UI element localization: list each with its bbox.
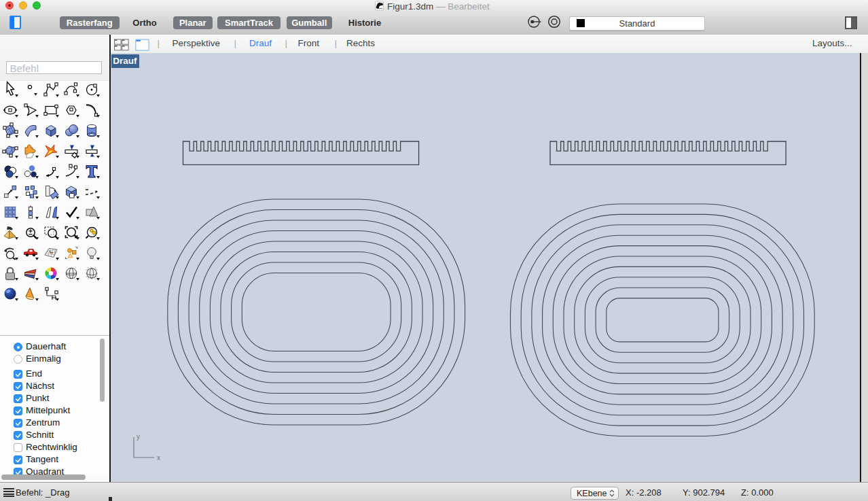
svg-text:x: x <box>157 454 160 462</box>
svg-text:y: y <box>137 433 140 440</box>
